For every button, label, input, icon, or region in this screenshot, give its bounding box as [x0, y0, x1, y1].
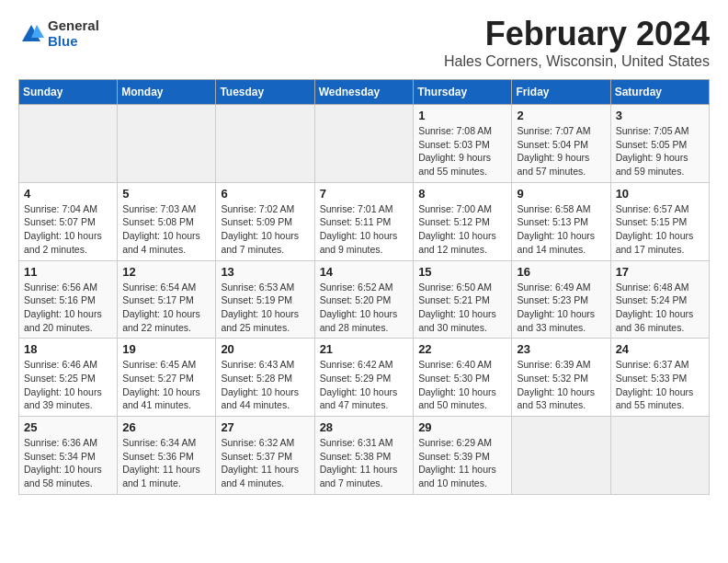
day-number: 18: [24, 342, 112, 356]
calendar-header: SundayMondayTuesdayWednesdayThursdayFrid…: [19, 80, 710, 105]
header-cell-tuesday: Tuesday: [216, 80, 314, 105]
day-info: Sunrise: 6:48 AM Sunset: 5:24 PM Dayligh…: [616, 281, 704, 335]
subtitle: Hales Corners, Wisconsin, United States: [444, 53, 710, 70]
day-info: Sunrise: 7:07 AM Sunset: 5:04 PM Dayligh…: [517, 124, 605, 178]
calendar-body: 1Sunrise: 7:08 AM Sunset: 5:03 PM Daylig…: [19, 105, 710, 495]
header-cell-thursday: Thursday: [414, 80, 512, 105]
calendar-cell: 9Sunrise: 6:58 AM Sunset: 5:13 PM Daylig…: [512, 182, 610, 260]
day-number: 6: [221, 187, 309, 201]
day-info: Sunrise: 6:45 AM Sunset: 5:27 PM Dayligh…: [122, 358, 210, 412]
day-info: Sunrise: 6:37 AM Sunset: 5:33 PM Dayligh…: [616, 358, 704, 412]
week-row-5: 25Sunrise: 6:36 AM Sunset: 5:34 PM Dayli…: [19, 417, 710, 495]
day-info: Sunrise: 6:43 AM Sunset: 5:28 PM Dayligh…: [221, 358, 309, 412]
day-info: Sunrise: 6:39 AM Sunset: 5:32 PM Dayligh…: [517, 358, 605, 412]
week-row-3: 11Sunrise: 6:56 AM Sunset: 5:16 PM Dayli…: [19, 260, 710, 339]
calendar-cell: 13Sunrise: 6:53 AM Sunset: 5:19 PM Dayli…: [216, 260, 314, 339]
day-number: 26: [122, 420, 210, 434]
calendar-cell: 4Sunrise: 7:04 AM Sunset: 5:07 PM Daylig…: [19, 182, 118, 260]
day-number: 4: [24, 187, 112, 201]
calendar-cell: 26Sunrise: 6:34 AM Sunset: 5:36 PM Dayli…: [118, 417, 216, 495]
day-info: Sunrise: 6:29 AM Sunset: 5:39 PM Dayligh…: [418, 436, 506, 490]
calendar-cell: 1Sunrise: 7:08 AM Sunset: 5:03 PM Daylig…: [414, 105, 512, 183]
calendar-cell: [216, 105, 314, 183]
calendar-cell: 7Sunrise: 7:01 AM Sunset: 5:11 PM Daylig…: [314, 182, 414, 260]
calendar-cell: 19Sunrise: 6:45 AM Sunset: 5:27 PM Dayli…: [118, 339, 216, 417]
day-number: 13: [221, 265, 309, 279]
calendar-cell: 10Sunrise: 6:57 AM Sunset: 5:15 PM Dayli…: [610, 182, 709, 260]
day-number: 28: [320, 420, 409, 434]
logo-icon: [18, 21, 44, 47]
day-info: Sunrise: 6:36 AM Sunset: 5:34 PM Dayligh…: [24, 436, 112, 490]
day-info: Sunrise: 7:01 AM Sunset: 5:11 PM Dayligh…: [320, 202, 409, 257]
header-cell-monday: Monday: [118, 80, 216, 105]
day-number: 14: [320, 265, 409, 279]
day-number: 16: [517, 265, 605, 279]
calendar-cell: 5Sunrise: 7:03 AM Sunset: 5:08 PM Daylig…: [118, 182, 216, 260]
header-cell-saturday: Saturday: [610, 80, 709, 105]
header: General Blue February 2024 Hales Corners…: [18, 15, 710, 70]
calendar-cell: 18Sunrise: 6:46 AM Sunset: 5:25 PM Dayli…: [19, 339, 118, 417]
day-info: Sunrise: 6:50 AM Sunset: 5:21 PM Dayligh…: [418, 281, 506, 335]
day-number: 24: [616, 342, 704, 356]
logo-text: General Blue: [48, 18, 99, 49]
day-info: Sunrise: 6:31 AM Sunset: 5:38 PM Dayligh…: [320, 436, 409, 490]
calendar-cell: [512, 417, 610, 495]
logo-general: General: [48, 18, 99, 34]
day-number: 19: [122, 342, 210, 356]
week-row-2: 4Sunrise: 7:04 AM Sunset: 5:07 PM Daylig…: [19, 182, 710, 260]
header-cell-sunday: Sunday: [19, 80, 118, 105]
day-info: Sunrise: 6:57 AM Sunset: 5:15 PM Dayligh…: [616, 202, 704, 257]
calendar-cell: 2Sunrise: 7:07 AM Sunset: 5:04 PM Daylig…: [512, 105, 610, 183]
week-row-1: 1Sunrise: 7:08 AM Sunset: 5:03 PM Daylig…: [19, 105, 710, 183]
logo-blue: Blue: [48, 34, 99, 50]
day-info: Sunrise: 7:08 AM Sunset: 5:03 PM Dayligh…: [418, 124, 506, 178]
day-info: Sunrise: 6:32 AM Sunset: 5:37 PM Dayligh…: [221, 436, 309, 490]
day-info: Sunrise: 7:05 AM Sunset: 5:05 PM Dayligh…: [616, 124, 704, 178]
day-number: 15: [418, 265, 506, 279]
day-number: 20: [221, 342, 309, 356]
calendar-cell: 25Sunrise: 6:36 AM Sunset: 5:34 PM Dayli…: [19, 417, 118, 495]
calendar: SundayMondayTuesdayWednesdayThursdayFrid…: [18, 79, 710, 495]
day-number: 25: [24, 420, 112, 434]
calendar-cell: 8Sunrise: 7:00 AM Sunset: 5:12 PM Daylig…: [414, 182, 512, 260]
day-info: Sunrise: 7:00 AM Sunset: 5:12 PM Dayligh…: [418, 202, 506, 257]
day-info: Sunrise: 7:03 AM Sunset: 5:08 PM Dayligh…: [122, 202, 210, 257]
day-info: Sunrise: 6:34 AM Sunset: 5:36 PM Dayligh…: [122, 436, 210, 490]
title-area: February 2024 Hales Corners, Wisconsin, …: [444, 15, 710, 70]
day-number: 10: [616, 187, 704, 201]
calendar-cell: 17Sunrise: 6:48 AM Sunset: 5:24 PM Dayli…: [610, 260, 709, 339]
calendar-cell: 20Sunrise: 6:43 AM Sunset: 5:28 PM Dayli…: [216, 339, 314, 417]
header-cell-friday: Friday: [512, 80, 610, 105]
calendar-cell: 24Sunrise: 6:37 AM Sunset: 5:33 PM Dayli…: [610, 339, 709, 417]
calendar-cell: 29Sunrise: 6:29 AM Sunset: 5:39 PM Dayli…: [414, 417, 512, 495]
day-number: 29: [418, 420, 506, 434]
calendar-cell: 16Sunrise: 6:49 AM Sunset: 5:23 PM Dayli…: [512, 260, 610, 339]
header-row: SundayMondayTuesdayWednesdayThursdayFrid…: [19, 80, 710, 105]
day-number: 22: [418, 342, 506, 356]
day-number: 9: [517, 187, 605, 201]
day-info: Sunrise: 6:42 AM Sunset: 5:29 PM Dayligh…: [320, 358, 409, 412]
calendar-cell: 15Sunrise: 6:50 AM Sunset: 5:21 PM Dayli…: [414, 260, 512, 339]
day-info: Sunrise: 7:02 AM Sunset: 5:09 PM Dayligh…: [221, 202, 309, 257]
week-row-4: 18Sunrise: 6:46 AM Sunset: 5:25 PM Dayli…: [19, 339, 710, 417]
day-number: 17: [616, 265, 704, 279]
calendar-cell: 11Sunrise: 6:56 AM Sunset: 5:16 PM Dayli…: [19, 260, 118, 339]
calendar-cell: [118, 105, 216, 183]
day-number: 2: [517, 109, 605, 122]
day-number: 1: [418, 109, 506, 122]
calendar-cell: 22Sunrise: 6:40 AM Sunset: 5:30 PM Dayli…: [414, 339, 512, 417]
calendar-cell: 27Sunrise: 6:32 AM Sunset: 5:37 PM Dayli…: [216, 417, 314, 495]
header-cell-wednesday: Wednesday: [314, 80, 414, 105]
calendar-cell: 3Sunrise: 7:05 AM Sunset: 5:05 PM Daylig…: [610, 105, 709, 183]
main-title: February 2024: [444, 15, 710, 53]
day-info: Sunrise: 6:58 AM Sunset: 5:13 PM Dayligh…: [517, 202, 605, 257]
calendar-cell: 12Sunrise: 6:54 AM Sunset: 5:17 PM Dayli…: [118, 260, 216, 339]
day-info: Sunrise: 6:40 AM Sunset: 5:30 PM Dayligh…: [418, 358, 506, 412]
calendar-cell: [314, 105, 414, 183]
day-info: Sunrise: 6:46 AM Sunset: 5:25 PM Dayligh…: [24, 358, 112, 412]
day-info: Sunrise: 6:49 AM Sunset: 5:23 PM Dayligh…: [517, 281, 605, 335]
day-number: 3: [616, 109, 704, 122]
calendar-cell: 21Sunrise: 6:42 AM Sunset: 5:29 PM Dayli…: [314, 339, 414, 417]
day-number: 12: [122, 265, 210, 279]
day-number: 7: [320, 187, 409, 201]
